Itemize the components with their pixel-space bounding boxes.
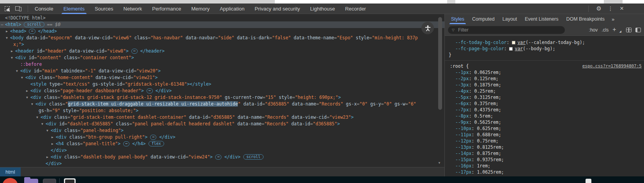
dom-tree-node[interactable]: ▼<body data-id="espocrm" data-view-cid="… bbox=[0, 35, 444, 41]
css-property[interactable]: --8px: 0.5rem; bbox=[445, 113, 644, 119]
devtools-tab-performance[interactable]: Performance bbox=[147, 4, 186, 14]
css-property[interactable]: --9px: 0.5625rem; bbox=[445, 119, 644, 125]
styles-filter-input[interactable] bbox=[448, 26, 565, 34]
kebab-menu-icon[interactable]: ⋮ bbox=[608, 5, 614, 12]
collapse-arrow-icon[interactable]: ▼ bbox=[36, 114, 38, 121]
computed-sidebar-toggle-icon[interactable] bbox=[635, 28, 641, 32]
css-property[interactable]: --17px: 1.0625rem; bbox=[445, 169, 644, 175]
css-property[interactable]: --10px: 0.625rem; bbox=[445, 125, 644, 132]
sidebar-tab-styles[interactable]: Styles bbox=[447, 14, 468, 24]
dom-tree-node[interactable]: ⋯<html> scroll == $0 bbox=[0, 21, 444, 28]
color-swatch[interactable] bbox=[512, 41, 515, 44]
collapse-arrow-icon[interactable]: ▼ bbox=[46, 127, 48, 134]
expand-ellipsis-button[interactable]: ⋯ bbox=[123, 141, 129, 146]
expand-ellipsis-button[interactable]: ⋯ bbox=[131, 49, 138, 54]
dom-tree-node[interactable]: ▶<div class="dashlet-body panel-body" da… bbox=[0, 154, 444, 160]
scrollbar-thumb[interactable] bbox=[438, 17, 442, 110]
dom-tree-node[interactable]: </div> bbox=[0, 147, 444, 154]
collapse-arrow-icon[interactable]: ▼ bbox=[26, 94, 28, 101]
sidebar-tab-event-listeners[interactable]: Event Listeners bbox=[521, 14, 562, 24]
element-classes-button[interactable]: .cls bbox=[602, 27, 609, 33]
collapse-arrow-icon[interactable]: ▼ bbox=[41, 121, 43, 127]
dom-tree-node[interactable]: ▼<div class="grid-stack-item ui-draggabl… bbox=[0, 101, 444, 107]
dom-tree-node[interactable]: </div> bbox=[0, 160, 444, 167]
taskbar-icon-tray-glyph[interactable] bbox=[586, 179, 591, 183]
devtools-tab-privacy-and-security[interactable]: Privacy and security bbox=[249, 4, 305, 14]
dom-tree-node[interactable]: ▼<div class="dashlets grid-stack grid-st… bbox=[0, 94, 444, 101]
taskbar-icon-terminal-app[interactable] bbox=[64, 178, 76, 183]
settings-gear-icon[interactable]: ⚙ bbox=[596, 5, 602, 12]
dom-tree-node[interactable]: x;"> bbox=[0, 41, 444, 48]
devtools-tab-elements[interactable]: Elements bbox=[58, 4, 90, 14]
css-property[interactable]: --3px: 0.1875rem; bbox=[445, 82, 644, 88]
devtools-tab-network[interactable]: Network bbox=[119, 4, 147, 14]
var-link[interactable]: var bbox=[515, 46, 523, 51]
dom-tree-node[interactable]: ▼<div id="dashlet-d365885" class="panel … bbox=[0, 121, 444, 127]
css-property[interactable]: --11px: 0.688rem; bbox=[445, 132, 644, 138]
color-swatch[interactable] bbox=[509, 47, 513, 51]
badge-scroll[interactable]: scroll bbox=[243, 154, 264, 160]
collapse-arrow-icon[interactable]: ▼ bbox=[16, 68, 18, 74]
badge-flex[interactable]: flex bbox=[149, 141, 164, 146]
dom-tree-node[interactable]: gs-h="9" style="position: absolute;"> bbox=[0, 107, 444, 114]
dom-tree-node[interactable]: ::before bbox=[0, 61, 444, 68]
dom-tree-node[interactable]: <!DOCTYPE html> bbox=[0, 15, 444, 21]
expand-ellipsis-button[interactable]: ⋯ bbox=[150, 135, 156, 140]
expand-arrow-icon[interactable]: ▶ bbox=[51, 141, 53, 147]
devtools-tab-sources[interactable]: Sources bbox=[90, 4, 119, 14]
dom-tree-node[interactable]: ▼<div id="content" class="container cont… bbox=[0, 55, 444, 61]
css-property[interactable]: --15px: 0.9375rem; bbox=[445, 157, 644, 163]
var-link[interactable]: var bbox=[517, 40, 525, 45]
sidebar-tab-dom-breakpoints[interactable]: DOM Breakpoints bbox=[562, 14, 609, 24]
expand-arrow-icon[interactable]: ▶ bbox=[51, 134, 53, 141]
tab-overflow-chevron[interactable]: » bbox=[609, 14, 617, 24]
collapse-arrow-icon[interactable]: ▼ bbox=[21, 74, 23, 81]
css-property[interactable]: --12px: 0.75rem; bbox=[445, 138, 644, 144]
css-property[interactable]: --7px: 0.4375rem; bbox=[445, 107, 644, 113]
dom-tree-node[interactable]: ▶<head> ⋯ </head> bbox=[0, 28, 444, 35]
devtools-tab-lighthouse[interactable]: Lighthouse bbox=[305, 4, 340, 14]
css-property[interactable]: --fc-page-bg-color: var(--body-bg); bbox=[445, 46, 644, 52]
taskbar-icon-files-folder[interactable] bbox=[24, 179, 38, 183]
stylesheet-source-link[interactable]: espo.css?r=1768994807:5 bbox=[582, 63, 642, 69]
dom-tree-node[interactable]: ▼<div class="panel-heading"> bbox=[0, 127, 444, 134]
css-property[interactable]: --16px: 1rem; bbox=[445, 163, 644, 169]
expand-ellipsis-button[interactable]: ⋯ bbox=[215, 155, 221, 160]
dom-tree-node[interactable]: ▶<div class="btn-group pull-right"> ⋯ </… bbox=[0, 134, 444, 141]
dom-tree-node[interactable]: ▼<div class="home-content" data-view-cid… bbox=[0, 74, 444, 81]
expand-arrow-icon[interactable]: ▶ bbox=[11, 48, 13, 55]
accessibility-overlay-button[interactable] bbox=[421, 22, 434, 34]
css-property[interactable]: --13px: 0.8125rem; bbox=[445, 144, 644, 150]
css-selector[interactable]: :root { bbox=[450, 63, 469, 69]
taskbar-icon-red-circle-app[interactable] bbox=[2, 178, 18, 183]
breadcrumb-item-html[interactable]: html bbox=[0, 167, 21, 176]
dom-tree-node[interactable]: ▼<div id="main" tabindex="-1" data-view-… bbox=[0, 68, 444, 74]
css-property[interactable]: --4px: 0.25rem; bbox=[445, 88, 644, 94]
dom-tree-node[interactable]: ▶<div class="page-header dashboard-heade… bbox=[0, 88, 444, 94]
dom-tree-node[interactable]: ▶<header id="header" data-view-cid="view… bbox=[0, 48, 444, 55]
css-property[interactable]: --14px: 0.875rem; bbox=[445, 150, 644, 157]
expand-ellipsis-button[interactable]: ⋯ bbox=[29, 29, 35, 34]
toggle-hover-state-button[interactable]: :hov bbox=[589, 27, 598, 33]
devtools-tab-application[interactable]: Application bbox=[215, 4, 250, 14]
device-toolbar-icon[interactable] bbox=[15, 6, 21, 11]
sidebar-tab-layout[interactable]: Layout bbox=[499, 14, 521, 24]
css-property[interactable]: --5px: 0.3125rem; bbox=[445, 94, 644, 100]
inspect-element-icon[interactable] bbox=[5, 6, 10, 11]
devtools-tab-recorder[interactable]: Recorder bbox=[340, 4, 371, 14]
collapse-arrow-icon[interactable]: ▼ bbox=[31, 101, 33, 107]
rendering-options-icon[interactable] bbox=[626, 28, 632, 32]
collapse-arrow-icon[interactable]: ▼ bbox=[11, 55, 13, 61]
close-devtools-icon[interactable]: × bbox=[620, 5, 624, 12]
expand-arrow-icon[interactable]: ▶ bbox=[6, 28, 8, 35]
css-property[interactable]: --2px: 0.125rem; bbox=[445, 76, 644, 82]
devtools-tab-memory[interactable]: Memory bbox=[186, 4, 215, 14]
dom-tree-node[interactable]: ▼<div class="grid-stack-item-content das… bbox=[0, 114, 444, 121]
dom-tree-node[interactable]: <style type="text/css" gs-style-id="grid… bbox=[0, 81, 444, 88]
collapse-arrow-icon[interactable]: ▼ bbox=[6, 35, 8, 41]
dom-tree-node[interactable]: ▶<h4 class="panel-title"> ⋯ </h4> flex bbox=[0, 141, 444, 147]
css-property[interactable]: --fc-today-bg-color: var(--calendar-toda… bbox=[445, 39, 644, 46]
expand-ellipsis-button[interactable]: ⋯ bbox=[147, 88, 153, 93]
taskbar-icon-window-app[interactable] bbox=[43, 179, 56, 183]
devtools-tab-console[interactable]: Console bbox=[30, 4, 58, 14]
